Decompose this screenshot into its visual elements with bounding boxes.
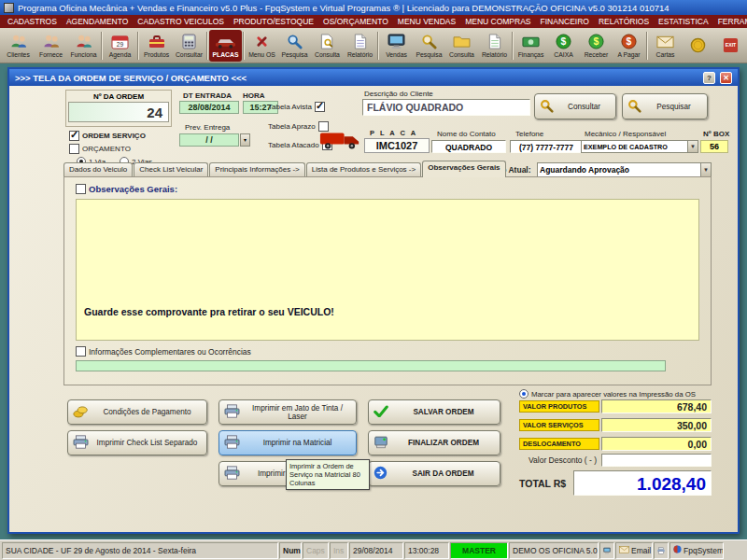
menu-os-orcamento[interactable]: OS/ORÇAMENTO — [323, 17, 388, 26]
cliente-label: Descrição do Cliente — [364, 90, 433, 98]
toolbar-produtos[interactable]: Produtos — [140, 30, 173, 62]
contato-input[interactable]: QUADRADO — [431, 140, 506, 153]
valor-produtos-value: 678,40 — [601, 399, 712, 413]
toolbar-os-consulta[interactable]: Consulta — [311, 30, 344, 62]
toolbar-os-relatorio[interactable]: Relatório — [344, 30, 376, 62]
situacao-select[interactable]: Aguardando Aprovação ▼ — [537, 162, 712, 177]
exit-icon: EXIT — [722, 36, 740, 53]
telefone-input[interactable]: (77) 7777-7777 — [510, 140, 583, 153]
toolbar-os-pesquisa[interactable]: Pesquisa — [278, 30, 311, 62]
tabela-avista-checkbox[interactable] — [315, 102, 325, 112]
menu-cadastro-veiculos[interactable]: CADASTRO VEICULOS — [137, 17, 224, 26]
dt-entrada-value[interactable]: 28/08/2014 — [179, 101, 239, 114]
toolbar-placas[interactable]: PLACAS — [209, 30, 242, 62]
mecanico-label: Mecânico / Responsável — [585, 130, 666, 138]
toolbar-vendas[interactable]: Vendas — [380, 30, 413, 62]
search-icon — [627, 99, 641, 115]
tab-observacoes-gerais[interactable]: Observações Gerais — [422, 161, 505, 177]
box-value[interactable]: 56 — [700, 140, 728, 153]
order-number-label: Nº DA ORDEM — [68, 92, 169, 101]
imprimir-jato-button[interactable]: Imprimir em Jato de Tinta / Laser — [218, 399, 357, 425]
toolbar-vendas-consulta[interactable]: Consulta — [445, 30, 478, 62]
search-document-icon — [320, 34, 335, 50]
pesquisar-button[interactable]: Pesquisar — [622, 93, 708, 119]
menu-compras[interactable]: MENU COMPRAS — [465, 17, 530, 26]
menu-produto-estoque[interactable]: PRODUTO/ESTOQUE — [233, 17, 314, 26]
menu-relatorios[interactable]: RELATÓRIOS — [599, 17, 649, 26]
toolbar-agenda[interactable]: 29Agenda — [104, 30, 136, 62]
informacoes-field[interactable] — [76, 360, 666, 371]
cliente-input[interactable]: FLÁVIO QUADRADO — [362, 99, 530, 116]
total-label: TOTAL R$ — [519, 478, 566, 489]
search-icon — [540, 99, 554, 115]
tab-dados-veiculo[interactable]: Dados do Veiculo — [63, 162, 133, 177]
observacoes-text: Guarde esse comprovante pra retirar o se… — [84, 306, 334, 317]
menu-vendas[interactable]: MENU VENDAS — [398, 17, 456, 26]
orcamento-row: ORÇAMENTO — [69, 144, 131, 154]
finalizar-ordem-button[interactable]: FINALIZAR ORDEM — [368, 430, 500, 455]
toolbar-moedas[interactable] — [682, 30, 714, 62]
telefone-label: Telefone — [515, 130, 543, 138]
app-title: Programa Oficina Mecânica + Vendas e Fin… — [18, 3, 669, 13]
toolbar-cartas[interactable]: Cartas — [649, 30, 682, 62]
status-location: SUA CIDADE - UF 29 de Agosto de 2014 - S… — [2, 542, 278, 559]
toolbar-vendas-pesquisa[interactable]: Pesquisa — [413, 30, 445, 62]
toolbar-consultar[interactable]: Consultar — [173, 30, 205, 62]
toolbar-sair-sistema[interactable]: EXIT — [714, 30, 747, 62]
placa-value[interactable]: IMC1027 — [364, 138, 430, 153]
sair-ordem-button[interactable]: SAIR DA ORDEM — [368, 461, 500, 486]
printer-icon — [224, 435, 240, 451]
salvar-ordem-button[interactable]: SALVAR ORDEM — [368, 399, 500, 425]
toolbar-fornecedores[interactable]: Fornece — [35, 30, 67, 62]
report-icon — [354, 34, 367, 50]
menu-ferramentas[interactable]: FERRAMENTAS — [718, 17, 747, 26]
toolbar-clientes[interactable]: Clientes — [2, 30, 35, 62]
observacoes-textarea[interactable]: Guarde esse comprovante pra retirar o se… — [76, 199, 699, 341]
coins-icon — [73, 405, 89, 420]
menu-financeiro[interactable]: FINANCEIRO — [541, 17, 589, 26]
help-button[interactable]: ? — [703, 72, 715, 84]
tab-principais-informacoes[interactable]: Principais Informações -> — [209, 162, 304, 177]
desconto-input[interactable] — [601, 454, 712, 467]
car-icon — [215, 34, 236, 50]
toolbar-menu-os[interactable]: Menu OS — [246, 30, 278, 62]
menu-cadastros[interactable]: CADASTROS — [7, 17, 57, 26]
informacoes-checkbox[interactable] — [76, 346, 86, 357]
menu-estatistica[interactable]: ESTATISTICA — [658, 17, 709, 26]
consultar-button[interactable]: Consultar — [534, 93, 616, 119]
dollar-icon: $ — [556, 34, 571, 50]
status-brand: FpqSystem — [669, 542, 724, 559]
imprimir-checklist-button[interactable]: Imprimir Check List Separado — [67, 430, 207, 455]
toolbar-caixa[interactable]: $CAIXA — [547, 30, 580, 62]
coin-icon — [690, 36, 706, 53]
order-window-titlebar[interactable]: >>> TELA DA ORDEM DE SERVIÇO / ORÇAMENTO… — [9, 69, 738, 86]
toolbar-financas[interactable]: Finanças — [514, 30, 547, 62]
tab-lista-produtos[interactable]: Lista de Produtos e Serviços -> — [306, 162, 421, 177]
ordem-servico-row: ORDEM SERVIÇO — [69, 131, 146, 141]
monitor-icon — [599, 542, 614, 559]
toolbar-a-pagar[interactable]: $A Pagar — [613, 30, 645, 62]
ordem-servico-checkbox[interactable] — [69, 131, 79, 141]
orcamento-checkbox[interactable] — [69, 144, 79, 154]
menu-agendamento[interactable]: AGENDAMENTO — [66, 17, 128, 26]
marcar-valores-radio[interactable] — [519, 389, 529, 399]
imprimir-matricial-button[interactable]: Imprimir na Matricial — [218, 430, 357, 455]
prev-entrega-picker[interactable]: ▾ — [240, 133, 250, 147]
mecanico-select[interactable]: EXEMPLO DE CADASTRO ▼ — [581, 140, 698, 153]
printer-icon — [224, 404, 240, 420]
toolbar-vendas-relatorio[interactable]: Relatório — [478, 30, 511, 62]
status-email[interactable]: Email — [615, 542, 653, 559]
condicoes-pagamento-button[interactable]: Condições de Pagamento — [67, 399, 207, 425]
svg-text:$: $ — [594, 36, 599, 47]
status-caps: Caps — [303, 542, 329, 559]
observacoes-checkbox[interactable] — [76, 184, 86, 194]
calculator-icon — [182, 34, 196, 50]
statusbar: SUA CIDADE - UF 29 de Agosto de 2014 - S… — [0, 539, 747, 560]
folder-icon — [453, 34, 471, 50]
tab-check-list[interactable]: Check List Veicular — [134, 162, 208, 177]
close-icon[interactable]: ✕ — [720, 72, 732, 84]
prev-entrega-value[interactable]: / / — [179, 133, 239, 147]
toolbar-receber[interactable]: $Receber — [580, 30, 613, 62]
desconto-label: Valor Desconto ( - ) — [529, 455, 597, 465]
toolbar-funcionarios[interactable]: Funciona — [67, 30, 100, 62]
